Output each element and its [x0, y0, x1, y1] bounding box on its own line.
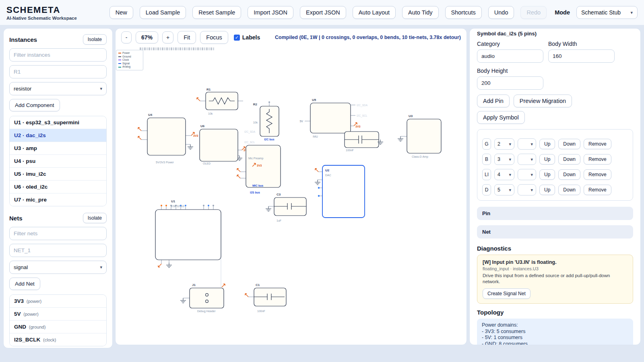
net-item-gnd[interactable]: GND (ground): [10, 321, 106, 333]
net-section-header[interactable]: Net: [477, 225, 633, 239]
nets-title: Nets: [9, 215, 23, 222]
pin-number-value: 5: [497, 187, 500, 193]
component-c2[interactable]: 100nF: [345, 132, 383, 152]
export-json-button[interactable]: Export JSON: [300, 6, 346, 19]
instance-item-u3[interactable]: U3 · amp: [10, 142, 106, 155]
instances-filter-input[interactable]: [9, 48, 107, 62]
add-pin-button[interactable]: Add Pin: [477, 95, 510, 107]
component-mic-preamp[interactable]: Mic Preamp 3V3 MIC bus I2S bus: [237, 145, 281, 194]
net-type-select[interactable]: signal ▾: [9, 261, 107, 274]
net-name: I2S_BCLK: [14, 337, 40, 343]
zoom-in-button[interactable]: +: [162, 31, 173, 43]
pin-remove-button[interactable]: Remove: [584, 185, 611, 195]
instances-nets-sidebar: Instances Isolate resistor ▾ Add Compone…: [3, 28, 113, 348]
import-json-button[interactable]: Import JSON: [248, 6, 293, 19]
new-button[interactable]: New: [109, 6, 133, 19]
pin-down-button[interactable]: Down: [558, 169, 580, 180]
auto-layout-button[interactable]: Auto Layout: [353, 6, 396, 19]
component-j1[interactable]: J1 Debug Header: [180, 283, 225, 313]
zoom-level[interactable]: 67%: [136, 31, 158, 43]
pin-up-button[interactable]: Up: [539, 154, 555, 165]
labels-checkbox[interactable]: ✓: [234, 35, 240, 41]
category-input[interactable]: [477, 49, 543, 63]
add-net-button[interactable]: Add Net: [9, 278, 40, 290]
pin-side-select[interactable]: ▾: [518, 138, 536, 150]
chevron-down-icon: ▾: [100, 86, 102, 91]
preview-migration-button[interactable]: Preview Migration: [514, 95, 572, 107]
component-r2[interactable]: R2 10k I2C bus: [253, 101, 279, 141]
zoom-out-button[interactable]: -: [121, 31, 132, 43]
offpage-arrow-icon: [245, 294, 248, 297]
component-u2-selected[interactable]: U2 DAC: [315, 165, 365, 218]
nets-isolate-button[interactable]: Isolate: [83, 213, 107, 223]
focus-button[interactable]: Focus: [200, 31, 228, 44]
pin-number-select[interactable]: 3 ▾: [494, 154, 514, 165]
truncated-caption: [140, 47, 215, 50]
pin-name-field[interactable]: B: [482, 154, 491, 165]
pin-number-select[interactable]: 2 ▾: [494, 138, 514, 150]
component-u3[interactable]: U3 Class-D Amp: [398, 114, 441, 158]
pin-name-field[interactable]: D: [482, 184, 491, 195]
offpage-arrow-icon: [158, 264, 161, 267]
pin-name-field[interactable]: LI: [482, 169, 491, 180]
reset-sample-button[interactable]: Reset Sample: [192, 6, 241, 19]
auto-tidy-button[interactable]: Auto Tidy: [402, 6, 438, 19]
pin-side-select[interactable]: ▾: [518, 154, 536, 165]
pin-side-select[interactable]: ▾: [518, 169, 536, 180]
component-value: 5V/3V3 Power: [156, 161, 174, 164]
pin-down-button[interactable]: Down: [558, 139, 580, 149]
chevron-down-icon: ▾: [530, 157, 533, 162]
instances-isolate-button[interactable]: Isolate: [83, 34, 107, 45]
labels-checkbox-label: Labels: [242, 34, 260, 41]
undo-button[interactable]: Undo: [488, 6, 514, 19]
pin-number-select[interactable]: 5 ▾: [494, 184, 514, 195]
component-c3[interactable]: C3 1uF: [266, 193, 306, 222]
pin-down-button[interactable]: Down: [558, 185, 580, 195]
body-width-input[interactable]: [548, 49, 615, 63]
offpage-arrow-icon: [237, 175, 240, 178]
net-item-3v3[interactable]: 3V3 (power): [10, 295, 106, 308]
schematic-svg[interactable]: R1 10k R2 10k I2C bus: [116, 46, 467, 345]
pin-side-select[interactable]: ▾: [518, 184, 536, 195]
net-item-5v[interactable]: 5V (power): [10, 308, 106, 321]
schematic-area[interactable]: Power Ground Clock Signal Analog: [116, 46, 467, 345]
pin-up-button[interactable]: Up: [539, 185, 555, 195]
pin-up-button[interactable]: Up: [539, 139, 555, 149]
redo-button[interactable]: Redo: [520, 6, 547, 19]
pin-down-button[interactable]: Down: [558, 154, 580, 165]
pin-number-select[interactable]: 4 ▾: [494, 169, 514, 180]
instance-item-u6[interactable]: U6 · oled_i2c: [10, 181, 106, 193]
component-r1[interactable]: R1 10k: [197, 88, 243, 115]
pin-remove-button[interactable]: Remove: [584, 154, 611, 165]
instance-type-select[interactable]: resistor ▾: [9, 82, 107, 95]
instance-item-u5[interactable]: U5 · imu_i2c: [10, 168, 106, 181]
mode-select[interactable]: Schematic Stub ▾: [576, 6, 638, 19]
body-height-input[interactable]: [477, 76, 543, 90]
component-u4[interactable]: U4 3V3 5V/3V3 Power: [138, 113, 198, 164]
load-sample-button[interactable]: Load Sample: [140, 6, 186, 19]
add-component-button[interactable]: Add Component: [9, 99, 60, 111]
net-item-i2s-bclk[interactable]: I2S_BCLK (clock): [10, 333, 106, 346]
net-name-input[interactable]: [9, 244, 107, 257]
instance-item-u7[interactable]: U7 · mic_pre: [10, 193, 106, 206]
instance-item-u4[interactable]: U4 · psu: [10, 155, 106, 168]
shortcuts-button[interactable]: Shortcuts: [445, 6, 482, 19]
pin-remove-button[interactable]: Remove: [584, 169, 611, 180]
net-label-i2s-bus: I2S bus: [250, 191, 260, 194]
component-ref: R2: [253, 103, 258, 106]
instance-name-input[interactable]: [9, 65, 107, 78]
pin-name-field[interactable]: G: [482, 138, 491, 150]
chevron-down-icon: ▾: [530, 187, 533, 193]
apply-symbol-button[interactable]: Apply Symbol: [477, 111, 525, 124]
component-u6[interactable]: U6 3V3 OLED: [200, 124, 249, 165]
nets-filter-input[interactable]: [9, 227, 107, 240]
instance-item-u2[interactable]: U2 · dac_i2s: [10, 129, 106, 142]
component-c1[interactable]: C1 100nF: [245, 283, 286, 313]
pin-remove-button[interactable]: Remove: [584, 139, 611, 149]
create-signal-net-button[interactable]: Create Signal Net: [483, 288, 530, 299]
pin-up-button[interactable]: Up: [539, 169, 555, 180]
instance-item-u1[interactable]: U1 · esp32_s3_supermini: [10, 116, 106, 129]
component-u1[interactable]: U1 ESP32-S3: [155, 200, 221, 267]
fit-button[interactable]: Fit: [178, 31, 196, 44]
pin-section-header[interactable]: Pin: [477, 207, 633, 220]
